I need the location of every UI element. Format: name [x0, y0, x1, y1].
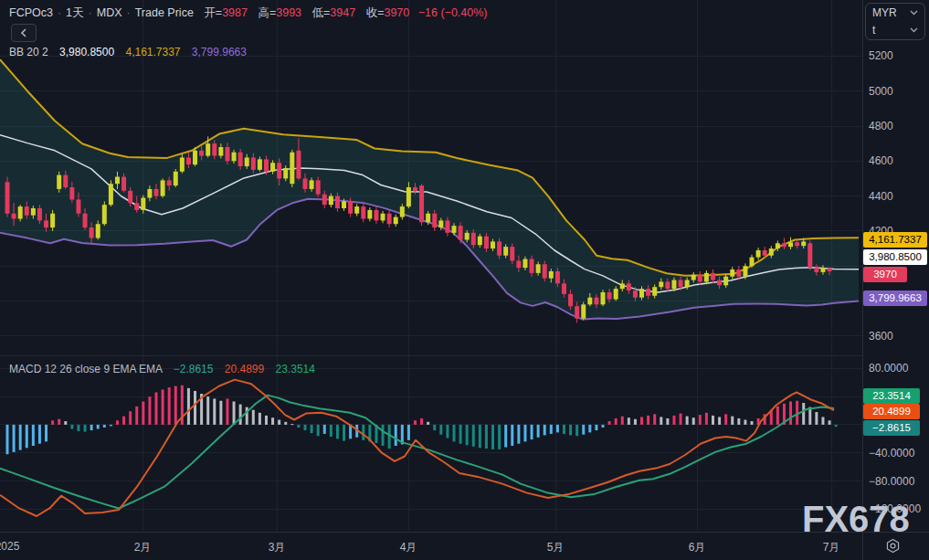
- macd-legend[interactable]: MACD 12 26 close 9 EMA EMA −2.8615 20.48…: [9, 363, 315, 375]
- macd-histogram-bar: [724, 414, 727, 425]
- candle: [438, 220, 443, 227]
- unit-dropdown[interactable]: t: [866, 21, 924, 38]
- macd-histogram-bar: [433, 425, 436, 430]
- bb-legend[interactable]: BB 20 2 3,980.8500 4,161.7337 3,799.9663: [9, 46, 247, 58]
- macd-tick-label: −80.0000: [869, 475, 914, 488]
- macd-histogram-bar: [582, 425, 585, 435]
- candle: [510, 247, 514, 260]
- macd-histogram-bar: [634, 419, 637, 425]
- back-button[interactable]: [11, 24, 37, 42]
- close-label: 收=: [366, 6, 385, 19]
- interval-label[interactable]: 1天: [66, 6, 83, 19]
- candle: [549, 271, 554, 279]
- candle: [497, 241, 501, 255]
- macd-histogram-bar: [517, 425, 520, 444]
- unit-value: t: [872, 24, 875, 37]
- macd-histogram-bar: [19, 425, 22, 450]
- time-axis-label: 3月: [269, 540, 286, 555]
- candle: [685, 280, 690, 288]
- macd-histogram-bar: [265, 416, 268, 425]
- macd-histogram-bar: [439, 425, 442, 435]
- candle: [808, 243, 812, 268]
- macd-histogram-bar: [226, 398, 228, 424]
- macd-histogram-bar: [382, 425, 385, 446]
- macd-histogram-bar: [84, 425, 87, 432]
- candle: [147, 189, 152, 198]
- candle: [516, 260, 521, 268]
- candle: [218, 147, 223, 156]
- time-axis-settings-button[interactable]: [885, 538, 901, 557]
- macd-histogram-bar: [602, 425, 605, 428]
- candle: [154, 189, 159, 196]
- macd-histogram-bar: [343, 425, 345, 441]
- candle: [665, 281, 670, 289]
- currency-dropdown[interactable]: MYR: [866, 4, 924, 21]
- candle: [44, 220, 48, 227]
- candle: [614, 289, 618, 299]
- macd-histogram-bar: [588, 425, 591, 432]
- macd-histogram-bar: [640, 417, 643, 424]
- macd-histogram-bar: [647, 416, 649, 425]
- candle: [174, 172, 178, 185]
- candle: [167, 180, 172, 185]
- candle: [37, 208, 42, 220]
- macd-histogram-bar: [26, 425, 28, 448]
- macd-histogram-bar: [563, 425, 565, 434]
- candle: [186, 157, 191, 164]
- macd-histogram-bar: [699, 415, 702, 425]
- macd-histogram-bar: [142, 401, 144, 424]
- bb-legend-title: BB 20 2: [9, 46, 48, 58]
- macd-histogram-bar: [621, 417, 624, 425]
- macd-histogram-bar: [737, 418, 740, 425]
- price-tick-label: 5200: [869, 49, 893, 62]
- candle: [367, 210, 372, 219]
- macd-histogram-bar: [751, 421, 754, 425]
- candle: [717, 280, 722, 286]
- macd-histogram-bar: [660, 417, 662, 424]
- candle: [361, 206, 365, 218]
- last-price-tag: 3970: [863, 267, 907, 282]
- candle: [50, 214, 55, 227]
- candle: [206, 143, 210, 155]
- candle: [413, 187, 417, 191]
- symbol-name[interactable]: FCPOc3: [9, 6, 53, 19]
- candle: [342, 201, 346, 208]
- macd-histogram-bar: [129, 411, 132, 425]
- bollinger-bands-layer: [0, 59, 859, 319]
- candle: [465, 233, 470, 240]
- candle: [134, 203, 139, 210]
- macd-histogram-bar: [116, 420, 119, 425]
- macd-histogram-bar: [531, 425, 533, 439]
- candle: [478, 237, 482, 246]
- candle: [31, 208, 36, 216]
- macd-histogram-bar: [58, 419, 60, 425]
- candle: [25, 206, 29, 216]
- macd-histogram-bar: [206, 396, 209, 425]
- candle: [828, 269, 832, 271]
- macd-histogram-bar: [259, 413, 261, 425]
- candle: [90, 227, 94, 238]
- bb-lower-tag: 3,799.9663: [863, 291, 927, 306]
- macd-histogram-bar: [608, 421, 611, 425]
- candle: [251, 157, 256, 169]
- candle: [394, 217, 398, 225]
- candle: [763, 250, 767, 256]
- macd-hist-tag: −2.8615: [863, 420, 920, 436]
- macd-histogram-bar: [731, 417, 734, 425]
- candle: [568, 294, 573, 306]
- macd-histogram-bar: [666, 418, 669, 425]
- candle: [594, 298, 598, 305]
- candle: [258, 159, 262, 169]
- macd-histogram-bar: [718, 417, 721, 424]
- macd-histogram-bar: [407, 425, 410, 440]
- candle: [743, 266, 747, 276]
- candle: [523, 259, 527, 269]
- separator-dot: ·: [127, 6, 131, 19]
- macd-histogram-bar: [168, 387, 171, 425]
- macd-histogram-bar: [323, 425, 326, 434]
- candle: [406, 187, 411, 206]
- candle: [212, 143, 216, 155]
- macd-histogram-bar: [278, 420, 280, 425]
- bb-basis-value: 3,980.8500: [59, 46, 114, 58]
- macd-histogram-bar: [38, 425, 41, 444]
